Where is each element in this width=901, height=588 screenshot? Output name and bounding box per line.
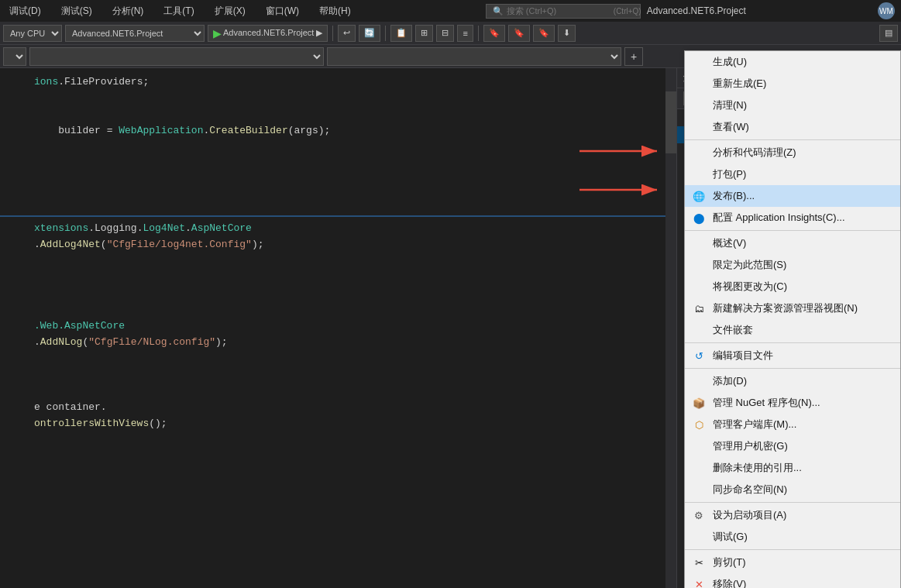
ctx-syncns[interactable]: 同步命名空间(N) [685, 479, 900, 500]
ctx-appinsights[interactable]: ⬤ 配置 Application Insights(C)... [685, 207, 900, 229]
code-line: ontrollersWithViews(); [0, 416, 676, 432]
ctx-unusedrefs-label: 删除未使用的引用... [713, 461, 802, 475]
ctx-changeview[interactable]: 将视图更改为(C) [685, 276, 900, 297]
menu-debug[interactable]: 调试(D) [6, 3, 44, 19]
code-line: e container. [0, 400, 676, 416]
ctx-overview[interactable]: 概述(V) [685, 232, 900, 254]
toolbar-btn-6[interactable]: ≡ [457, 25, 473, 42]
code-line: .AddNLog("CfgFile/NLog.config"); [0, 335, 676, 351]
separator-4 [685, 368, 900, 369]
context-menu[interactable]: 生成(U) 重新生成(E) 清理(N) 查看(W) 分析和代码清理(Z) 打包(… [684, 50, 901, 588]
code-line [0, 367, 676, 383]
ctx-changeview-label: 将视图更改为(C) [713, 280, 787, 294]
search-input[interactable] [507, 6, 614, 15]
remove-icon: ✕ [691, 579, 707, 589]
code-line [0, 286, 676, 302]
ctx-scope[interactable]: 限定为此范围(S) [685, 254, 900, 276]
layout-btn[interactable]: ▤ [879, 25, 898, 42]
filter-select-1[interactable] [3, 47, 26, 66]
ctx-filenest[interactable]: 文件嵌套 [685, 319, 900, 341]
selection-highlight [0, 215, 665, 217]
code-editor-area[interactable]: ions.FileProviders; builder = WebApplica… [0, 68, 676, 588]
menu-help[interactable]: 帮助(H) [316, 3, 354, 19]
menu-tools[interactable]: 工具(T) [160, 3, 197, 19]
code-line [0, 302, 676, 318]
ctx-debug[interactable]: 调试(G) [685, 526, 900, 548]
toolbar-btn-1[interactable]: ↩ [338, 25, 356, 42]
code-line [0, 91, 676, 107]
window-title: Advanced.NET6.Project [647, 5, 746, 16]
search-box[interactable]: 🔍 (Ctrl+Q) [486, 4, 641, 19]
separator-5 [685, 502, 900, 503]
project-select[interactable]: Advanced.NET6.Project [65, 25, 205, 42]
cpu-select[interactable]: Any CPU [3, 25, 62, 42]
ctx-clean[interactable]: 清理(N) [685, 95, 900, 116]
ctx-setstartup-label: 设为启动项目(A) [713, 508, 786, 522]
play-icon: ▶ [213, 27, 222, 40]
code-editor: ions.FileProviders; builder = WebApplica… [0, 68, 676, 438]
code-line [0, 139, 676, 156]
ctx-add-label: 添加(D) [713, 374, 747, 388]
filter-add-button[interactable]: + [624, 47, 643, 66]
toolbar: Any CPU Advanced.NET6.Project ▶ Advanced… [0, 22, 901, 45]
ctx-rebuild[interactable]: 重新生成(E) [685, 73, 900, 95]
code-line: xtensions.Logging.Log4Net.AspNetCore [0, 221, 676, 237]
ctx-cut[interactable]: ✂ 剪切(T) [685, 552, 900, 573]
menu-window[interactable]: 窗口(W) [263, 3, 302, 19]
code-line [0, 270, 676, 286]
ctx-rebuild-label: 重新生成(E) [713, 77, 766, 91]
ctx-appinsights-label: 配置 Application Insights(C)... [713, 211, 845, 225]
ctx-remove[interactable]: ✕ 移除(V) [685, 573, 900, 588]
window-controls: WM [878, 2, 895, 19]
filter-select-2[interactable] [29, 47, 324, 66]
filter-select-3[interactable] [327, 47, 621, 66]
scroll-thumb[interactable] [665, 91, 676, 153]
ctx-clientlib[interactable]: ⬡ 管理客户端库(M)... [685, 414, 900, 435]
run-label: Advanced.NET6.Project ▶ [223, 28, 322, 38]
ctx-build[interactable]: 生成(U) [685, 51, 900, 73]
separator-1 [332, 26, 333, 41]
toolbar-btn-5[interactable]: ⊟ [436, 25, 454, 42]
ctx-editproj[interactable]: ↺ 编辑项目文件 [685, 345, 900, 366]
toolbar-btn-4[interactable]: ⊞ [415, 25, 433, 42]
code-line: builder = WebApplication.CreateBuilder(a… [0, 123, 676, 139]
toolbar-btn-10[interactable]: ⬇ [558, 25, 576, 42]
code-line: .Web.AspNetCore [0, 318, 676, 335]
menu-extend[interactable]: 扩展(X) [211, 3, 249, 19]
code-line [0, 156, 676, 172]
ctx-unusedrefs[interactable]: 删除未使用的引用... [685, 457, 900, 479]
toolbar-btn-9[interactable]: 🔖 [533, 25, 555, 42]
code-line [0, 188, 676, 205]
ctx-view[interactable]: 查看(W) [685, 116, 900, 138]
ctx-pack[interactable]: 打包(P) [685, 163, 900, 185]
run-button[interactable]: ▶ Advanced.NET6.Project ▶ [208, 25, 328, 42]
menu-test[interactable]: 测试(S) [58, 3, 95, 19]
scrollbar[interactable] [665, 68, 676, 588]
ctx-usersecrets[interactable]: 管理用户机密(G) [685, 435, 900, 457]
ctx-pack-label: 打包(P) [713, 167, 746, 181]
search-icon: 🔍 [493, 6, 504, 16]
ctx-usersecrets-label: 管理用户机密(G) [713, 439, 788, 453]
separator-6 [685, 549, 900, 550]
ctx-build-label: 生成(U) [713, 55, 747, 69]
code-line [0, 205, 676, 221]
separator-2 [685, 230, 900, 231]
ctx-cut-label: 剪切(T) [713, 555, 746, 569]
appinsights-icon: ⬤ [691, 212, 707, 224]
ctx-view-label: 查看(W) [713, 120, 749, 134]
ctx-scope-label: 限定为此范围(S) [713, 258, 786, 272]
toolbar-btn-8[interactable]: 🔖 [508, 25, 530, 42]
ctx-filenest-label: 文件嵌套 [713, 323, 753, 337]
ctx-publish[interactable]: 🌐 发布(B)... [685, 185, 900, 207]
ctx-newview[interactable]: 🗂 新建解决方案资源管理器视图(N) [685, 297, 900, 319]
toolbar-btn-7[interactable]: 🔖 [483, 25, 505, 42]
explorer-icon: 🗂 [691, 303, 707, 315]
code-line: ions.FileProviders; [0, 74, 676, 91]
menu-analyze[interactable]: 分析(N) [109, 3, 147, 19]
ctx-add[interactable]: 添加(D) [685, 370, 900, 392]
ctx-analyze[interactable]: 分析和代码清理(Z) [685, 142, 900, 163]
toolbar-btn-3[interactable]: 📋 [390, 25, 412, 42]
ctx-setstartup[interactable]: ⚙ 设为启动项目(A) [685, 504, 900, 526]
toolbar-btn-2[interactable]: 🔄 [359, 25, 380, 42]
ctx-nuget[interactable]: 📦 管理 NuGet 程序包(N)... [685, 392, 900, 414]
